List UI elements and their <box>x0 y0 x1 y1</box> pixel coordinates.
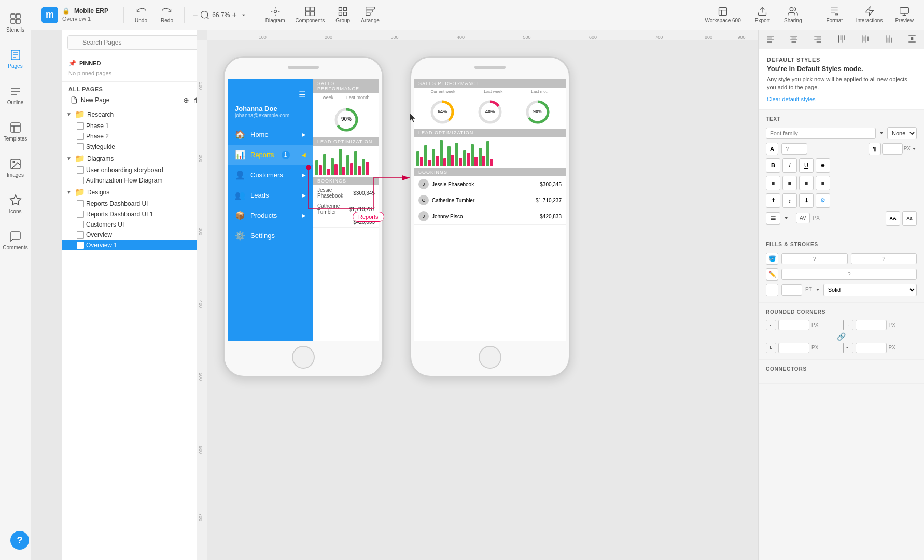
nav-products-icon: 📦 <box>235 211 245 220</box>
zoom-plus[interactable]: + <box>232 10 236 20</box>
align-right-text-button[interactable]: ≡ <box>799 176 814 190</box>
zoom-dropdown-icon[interactable] <box>240 11 247 19</box>
underline-button[interactable]: U <box>799 158 814 173</box>
svg-rect-72 <box>862 35 863 43</box>
text-case-lower-button[interactable]: Aa <box>902 211 917 226</box>
font-style-select[interactable]: None <box>887 127 917 139</box>
zoom-value: 66.7% <box>212 11 230 19</box>
italic-button[interactable]: I <box>782 158 797 173</box>
booking-right-amount-2: $1,710,237 <box>536 198 562 203</box>
export-button[interactable]: Export <box>748 4 777 25</box>
redo-label: Redo <box>161 18 173 23</box>
help-button[interactable]: ? <box>10 531 29 550</box>
fill-color-value[interactable]: ? <box>781 253 848 264</box>
sidebar-item-templates[interactable]: Templates <box>0 113 31 149</box>
add-page-icon-button[interactable]: ⊕ <box>181 95 191 105</box>
redo-button[interactable]: Redo <box>154 4 180 25</box>
valign-top-button[interactable]: ⬆ <box>766 193 780 208</box>
new-page-label: New Page <box>81 96 109 104</box>
sidebar-item-stencils[interactable]: Stencils <box>0 4 31 40</box>
corner-bl-input[interactable] <box>778 343 809 353</box>
nav-reports[interactable]: 📊 Reports 1 ◀ <box>228 145 313 165</box>
font-a-label: A <box>766 143 778 155</box>
sharing-button[interactable]: Sharing <box>779 4 807 25</box>
font-spacing-input[interactable] <box>882 143 903 155</box>
align-center-tab[interactable] <box>782 30 806 49</box>
svg-rect-62 <box>791 40 798 41</box>
valign-bottom-button[interactable]: ⬇ <box>799 193 814 208</box>
text-settings-button[interactable]: ⚙ <box>816 193 830 208</box>
new-page-button[interactable]: New Page <box>66 94 181 106</box>
text-case-upper-button[interactable]: AA <box>886 211 900 226</box>
strikethrough-button[interactable]: ≡ <box>816 158 830 173</box>
sidebar-item-images[interactable]: Images <box>0 149 31 186</box>
folder-label-research: Research <box>87 111 114 118</box>
group-button[interactable]: Group <box>330 4 356 25</box>
svg-rect-69 <box>840 35 841 40</box>
fill-opacity-value[interactable]: ? <box>851 253 917 264</box>
nav-customers[interactable]: 👤 Customers ▶ <box>228 165 313 185</box>
align-left-tab[interactable] <box>759 30 782 49</box>
sidebar-item-pages[interactable]: Pages <box>0 40 31 77</box>
link-corners-icon[interactable]: 🔗 <box>837 332 846 341</box>
svg-rect-76 <box>886 35 887 43</box>
app-title-area: m 🔒 Mobile ERP Overview 1 <box>36 7 119 23</box>
diagram-button[interactable]: Diagram <box>260 4 290 25</box>
nav-leads[interactable]: 👥 Leads ▶ <box>228 185 313 205</box>
stroke-style-select[interactable]: Solid <box>823 284 917 296</box>
phone-speaker-right <box>474 66 506 69</box>
stroke-pt-input[interactable] <box>781 284 802 296</box>
nav-products[interactable]: 📦 Products ▶ <box>228 205 313 226</box>
arrange-button[interactable]: Arrange <box>356 4 385 25</box>
corner-tl-input[interactable] <box>778 320 809 330</box>
align-justify-text-button[interactable]: ≡ <box>816 176 830 190</box>
font-size-input[interactable] <box>781 143 807 155</box>
align-left-text-button[interactable]: ≡ <box>766 176 780 190</box>
sidebar-item-icons[interactable]: Icons <box>0 186 31 222</box>
stroke-color-value[interactable]: ? <box>781 269 917 280</box>
cursor <box>410 113 417 120</box>
user-email: johanna@example.com <box>235 113 306 118</box>
nav-reports-icon: 📊 <box>235 150 245 160</box>
format-button[interactable]: Format <box>820 4 849 25</box>
sidebar-label-outline: Outline <box>7 100 24 105</box>
text-section: TEXT None A ¶ PX B I U ≡ <box>759 110 924 235</box>
ruler-mark-800: 800 <box>705 35 712 40</box>
nav-settings[interactable]: ⚙️ Settings <box>228 226 313 246</box>
sidebar-item-outline[interactable]: Outline <box>0 77 31 113</box>
svg-rect-66 <box>814 40 821 41</box>
align-right-tab[interactable] <box>806 30 830 49</box>
valign-middle-button[interactable]: ↕ <box>782 193 797 208</box>
align-top-vertical-tab[interactable] <box>830 30 853 49</box>
corner-br-input[interactable] <box>856 343 887 353</box>
distribute-tab[interactable] <box>900 30 924 49</box>
nav-home[interactable]: 🏠 Home ▶ <box>228 124 313 145</box>
svg-rect-63 <box>792 41 796 43</box>
corner-bl-icon: L <box>766 343 776 353</box>
svg-text:90%: 90% <box>341 116 351 122</box>
font-family-input[interactable] <box>766 128 876 139</box>
components-button[interactable]: Components <box>290 4 330 25</box>
svg-point-33 <box>790 8 793 11</box>
interactions-button[interactable]: Interactions <box>851 4 888 25</box>
ruler-mark-700: 700 <box>655 35 663 40</box>
clear-default-styles-link[interactable]: Clear default styles <box>767 96 916 102</box>
period-current-week: Current week <box>431 89 456 94</box>
undo-button[interactable]: Undo <box>128 4 154 25</box>
bold-button[interactable]: B <box>766 158 780 173</box>
svg-rect-82 <box>911 37 914 40</box>
line-spacing-row: AV PX AA Aa <box>766 211 917 226</box>
align-bottom-vertical-tab[interactable] <box>877 30 901 49</box>
align-center-text-button[interactable]: ≡ <box>782 176 797 190</box>
zoom-minus[interactable]: − <box>193 10 198 20</box>
sales-performance-header: SALES PERFORMANCE <box>313 79 379 93</box>
sidebar-item-comments[interactable]: Comments <box>0 222 31 258</box>
workspace-button[interactable]: Workspace 600 <box>699 4 746 25</box>
preview-label: Preview <box>895 18 914 23</box>
page-label-reports-dashboard: Reports Dashboard UI <box>86 200 148 207</box>
svg-rect-24 <box>339 8 342 11</box>
align-middle-vertical-tab[interactable] <box>853 30 877 49</box>
corner-tr-input[interactable] <box>856 320 887 330</box>
page-label-user-onboarding: User onboarding storyboard <box>86 166 163 174</box>
preview-button[interactable]: Preview <box>890 4 919 25</box>
